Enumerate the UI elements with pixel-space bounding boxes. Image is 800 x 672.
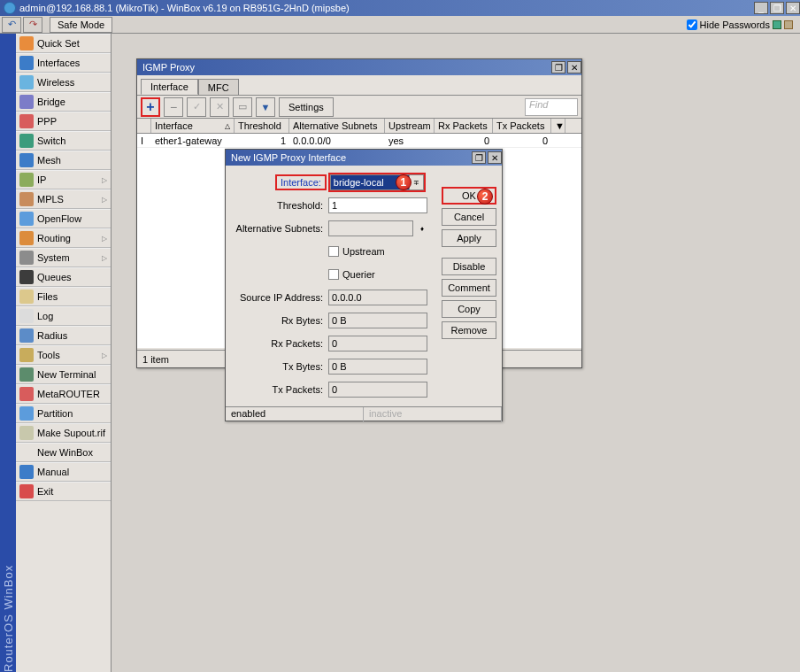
sidebar-item-ppp[interactable]: PPP	[16, 112, 111, 131]
comment-button[interactable]: ▭	[233, 97, 252, 117]
interface-dropdown-button[interactable]: ∓	[410, 174, 424, 190]
cancel-button[interactable]: Cancel	[442, 208, 496, 226]
sidebar-item-ip[interactable]: IP▷	[16, 170, 111, 189]
sidebar-item-label: PPP	[37, 116, 57, 127]
col-tx[interactable]: Tx Packets	[493, 119, 551, 133]
sidebar-item-partition[interactable]: Partition	[16, 404, 111, 423]
filter-button[interactable]: ▼	[256, 97, 275, 117]
sidebar-item-interfaces[interactable]: Interfaces	[16, 53, 111, 73]
sidebar-item-manual[interactable]: Manual	[16, 462, 111, 482]
sidebar-item-mpls[interactable]: MPLS▷	[16, 189, 111, 209]
add-button[interactable]: +	[141, 97, 160, 117]
sidebar-item-new-winbox[interactable]: New WinBox	[16, 443, 111, 462]
sidebar-item-routing[interactable]: Routing▷	[16, 228, 111, 248]
sidebar-item-queues[interactable]: Queues	[16, 267, 111, 287]
sidebar-item-openflow[interactable]: OpenFlow	[16, 209, 111, 228]
hide-passwords-toggle[interactable]: Hide Passwords	[687, 19, 793, 30]
new-iface-close-button[interactable]: ✕	[488, 151, 502, 164]
tx-bytes-field: 0 B	[328, 359, 427, 375]
sidebar-item-label: Exit	[37, 486, 53, 497]
sidebar-item-switch[interactable]: Switch	[16, 131, 111, 151]
sidebar-item-tools[interactable]: Tools▷	[16, 345, 111, 365]
sidebar-item-label: Wireless	[37, 77, 74, 88]
sidebar-item-exit[interactable]: Exit	[16, 482, 111, 501]
new-iface-title: New IGMP Proxy Interface	[231, 152, 470, 163]
new-iface-window: New IGMP Proxy Interface ❐ ✕ Interface: …	[225, 149, 503, 421]
new-winbox-icon	[19, 445, 34, 460]
tab-mfc[interactable]: MFC	[198, 79, 239, 95]
tx-packets-field: 0	[328, 382, 427, 398]
label-interface: Interface:	[275, 174, 327, 190]
workarea: IGMP Proxy ❐ ✕ Interface MFC + − ✓ ✕ ▭ ▼…	[112, 34, 800, 672]
sidebar-item-wireless[interactable]: Wireless	[16, 73, 111, 92]
sidebar-item-label: IP	[37, 174, 46, 185]
redo-button[interactable]: ↷	[23, 17, 42, 33]
remove-button[interactable]: −	[164, 97, 183, 117]
sidebar-item-label: Mesh	[37, 155, 61, 166]
apply-button[interactable]: Apply	[442, 229, 496, 247]
alt-subnets-updown[interactable]: ♦	[415, 220, 429, 236]
sidebar-item-files[interactable]: Files	[16, 287, 111, 306]
bridge-icon	[19, 95, 34, 109]
col-interface[interactable]: Interface△	[151, 119, 235, 133]
alt-subnets-input[interactable]	[328, 220, 413, 236]
hide-passwords-checkbox[interactable]	[687, 19, 697, 30]
comment-button[interactable]: Comment	[442, 279, 496, 297]
sidebar-item-label: Routing	[37, 233, 71, 243]
maximize-button[interactable]: ❐	[770, 2, 784, 14]
upstream-checkbox[interactable]	[328, 246, 339, 257]
rx-packets-field: 0	[328, 336, 427, 351]
enable-button[interactable]: ✓	[187, 97, 206, 117]
label-rxp: Rx Packets:	[231, 338, 328, 349]
safe-mode-button[interactable]: Safe Mode	[50, 17, 112, 33]
sidebar-item-label: New WinBox	[37, 447, 93, 458]
igmp-close-button[interactable]: ✕	[567, 61, 581, 73]
find-input[interactable]: Find	[525, 98, 578, 116]
submenu-arrow-icon: ▷	[102, 351, 107, 359]
label-txp: Tx Packets:	[231, 384, 328, 395]
system-icon	[19, 251, 34, 265]
sidebar-item-metarouter[interactable]: MetaROUTER	[16, 384, 111, 404]
col-upstream[interactable]: Upstream	[385, 119, 435, 133]
new-iface-restore-button[interactable]: ❐	[472, 151, 486, 164]
sidebar-item-new-terminal[interactable]: New Terminal	[16, 365, 111, 384]
undo-button[interactable]: ↶	[2, 17, 21, 33]
sidebar-item-bridge[interactable]: Bridge	[16, 92, 111, 112]
col-alt[interactable]: Alternative Subnets	[289, 119, 385, 133]
igmp-restore-button[interactable]: ❐	[551, 61, 565, 73]
status-box-icon	[784, 20, 793, 29]
ok-button[interactable]: OK 2	[442, 187, 496, 205]
routing-icon	[19, 231, 34, 245]
mpls-icon	[19, 192, 34, 206]
igmp-window-titlebar[interactable]: IGMP Proxy ❐ ✕	[137, 59, 581, 75]
col-more[interactable]: ▼	[551, 119, 565, 133]
sidebar-item-make-supout-rif[interactable]: Make Supout.rif	[16, 423, 111, 443]
radius-icon	[19, 328, 34, 343]
sidebar-item-system[interactable]: System▷	[16, 248, 111, 267]
threshold-input[interactable]: 1	[328, 197, 427, 213]
close-button[interactable]: ✕	[786, 2, 800, 14]
table-row[interactable]: I ether1-gateway 1 0.0.0.0/0 yes 0 0	[137, 134, 581, 148]
sidebar-item-label: System	[37, 252, 70, 263]
sidebar-item-radius[interactable]: Radius	[16, 326, 111, 345]
remove-button[interactable]: Remove	[442, 321, 496, 339]
col-threshold[interactable]: Threshold	[235, 119, 289, 133]
wireless-icon	[19, 75, 34, 89]
sidebar-item-log[interactable]: Log	[16, 306, 111, 326]
sidebar-item-mesh[interactable]: Mesh	[16, 151, 111, 170]
sidebar-item-quick-set[interactable]: Quick Set	[16, 34, 111, 53]
col-flag[interactable]	[137, 119, 151, 133]
querier-checkbox[interactable]	[328, 269, 339, 280]
interfaces-icon	[19, 56, 34, 70]
col-rx[interactable]: Rx Packets	[435, 119, 493, 133]
ip-icon	[19, 173, 34, 187]
minimize-button[interactable]: _	[754, 2, 768, 14]
sidebar-item-label: Tools	[37, 350, 60, 360]
settings-button[interactable]: Settings	[279, 97, 334, 117]
manual-icon	[19, 465, 34, 479]
tab-interface[interactable]: Interface	[141, 79, 198, 95]
disable-button[interactable]: ✕	[210, 97, 229, 117]
disable-button[interactable]: Disable	[442, 258, 496, 275]
new-iface-titlebar[interactable]: New IGMP Proxy Interface ❐ ✕	[226, 150, 502, 166]
copy-button[interactable]: Copy	[442, 300, 496, 318]
